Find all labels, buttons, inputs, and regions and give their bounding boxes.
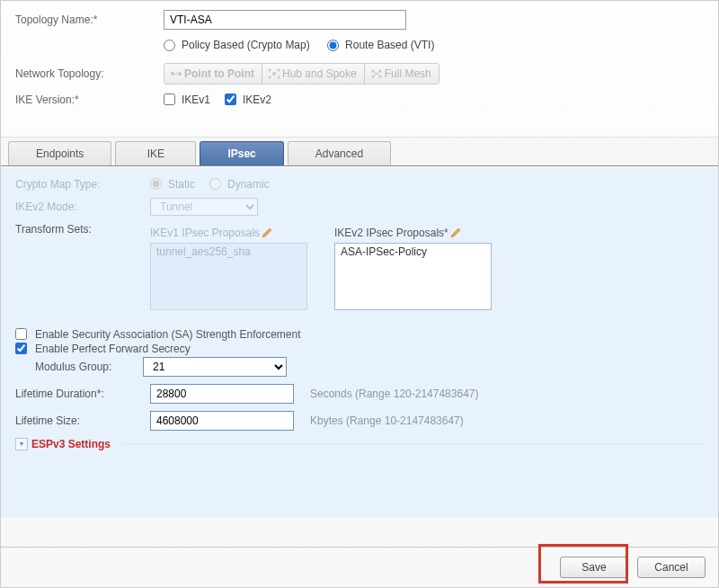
- full-mesh-button[interactable]: Full Mesh: [365, 64, 439, 84]
- svg-point-5: [277, 68, 280, 71]
- ikev2-proposals-label: IKEv2 IPsec Proposals*: [334, 227, 448, 239]
- ikev2-mode-select: Tunnel: [150, 198, 258, 216]
- tab-advanced[interactable]: Advanced: [288, 141, 391, 165]
- svg-point-4: [268, 68, 271, 71]
- cancel-button[interactable]: Cancel: [637, 557, 706, 578]
- top-form: Topology Name:* Policy Based (Crypto Map…: [1, 1, 718, 119]
- pfs-checkbox[interactable]: Enable Perfect Forward Secrecy: [15, 343, 704, 355]
- tab-ike[interactable]: IKE: [115, 141, 196, 165]
- crypto-dynamic-radio: Dynamic: [209, 178, 270, 191]
- dialog-footer: Save Cancel: [1, 547, 718, 587]
- topology-name-label: Topology Name:*: [15, 13, 164, 26]
- topology-name-input[interactable]: [164, 10, 406, 30]
- topology-type-radio-group: Policy Based (Crypto Map) Route Based (V…: [164, 39, 448, 54]
- tab-ipsec[interactable]: IPsec: [200, 141, 283, 165]
- espv3-section-header[interactable]: ▾ ESPv3 Settings: [15, 438, 704, 450]
- ipsec-tab-body: Crypto Map Type: Static Dynamic IKEv2 Mo…: [1, 166, 718, 517]
- chevron-down-icon[interactable]: ▾: [15, 438, 28, 450]
- point-to-point-button[interactable]: Point to Point: [164, 64, 262, 84]
- pencil-icon: [262, 227, 272, 238]
- ikev1-checkbox[interactable]: IKEv1: [164, 94, 210, 106]
- policy-based-radio[interactable]: Policy Based (Crypto Map): [164, 39, 310, 51]
- ikev2-checkbox[interactable]: IKEv2: [225, 94, 271, 106]
- transform-sets-label: Transform Sets:: [15, 223, 150, 236]
- route-based-radio[interactable]: Route Based (VTI): [327, 39, 434, 51]
- hub-and-spoke-button[interactable]: Hub and Spoke: [262, 64, 365, 84]
- svg-point-2: [178, 72, 182, 76]
- ikev1-proposals-label: IKEv1 IPsec Proposals: [150, 227, 260, 239]
- vpn-topology-dialog: Topology Name:* Policy Based (Crypto Map…: [0, 0, 719, 588]
- transform-sets-group: IKEv1 IPsec Proposals tunnel_aes256_sha …: [150, 227, 492, 310]
- ike-version-label: IKE Version:*: [15, 94, 164, 106]
- modulus-group-label: Modulus Group:: [35, 361, 143, 373]
- sa-strength-checkbox[interactable]: Enable Security Association (SA) Strengt…: [15, 328, 704, 341]
- save-button[interactable]: Save: [560, 557, 628, 578]
- pencil-icon[interactable]: [450, 227, 461, 238]
- lifetime-duration-hint: Seconds (Range 120-2147483647): [310, 388, 478, 400]
- lifetime-size-hint: Kbytes (Range 10-2147483647): [310, 414, 464, 427]
- crypto-map-type-label: Crypto Map Type:: [15, 178, 150, 191]
- lifetime-size-input[interactable]: [150, 411, 294, 431]
- config-tabs: Endpoints IKE IPsec Advanced Crypto Map …: [1, 137, 718, 517]
- lifetime-duration-label: Lifetime Duration*:: [15, 388, 150, 400]
- network-topology-label: Network Topology:: [15, 67, 164, 80]
- crypto-static-radio: Static: [150, 178, 195, 191]
- lifetime-duration-input[interactable]: [150, 384, 294, 404]
- list-item[interactable]: ASA-IPSec-Policy: [341, 245, 485, 258]
- ikev1-proposals-list: tunnel_aes256_sha: [150, 243, 307, 310]
- svg-point-0: [171, 72, 174, 76]
- ikev2-mode-label: IKEv2 Mode:: [15, 200, 150, 213]
- network-topology-segmented: Point to Point Hub and Spoke Full Mesh: [164, 63, 439, 85]
- svg-point-7: [277, 76, 280, 78]
- svg-point-3: [272, 72, 276, 76]
- tab-strip: Endpoints IKE IPsec Advanced: [1, 138, 718, 166]
- lifetime-size-label: Lifetime Size:: [15, 414, 150, 427]
- ikev2-proposals-list[interactable]: ASA-IPSec-Policy: [334, 243, 492, 310]
- svg-point-6: [268, 76, 271, 78]
- tab-endpoints[interactable]: Endpoints: [8, 141, 111, 165]
- modulus-group-select[interactable]: 21: [143, 357, 287, 377]
